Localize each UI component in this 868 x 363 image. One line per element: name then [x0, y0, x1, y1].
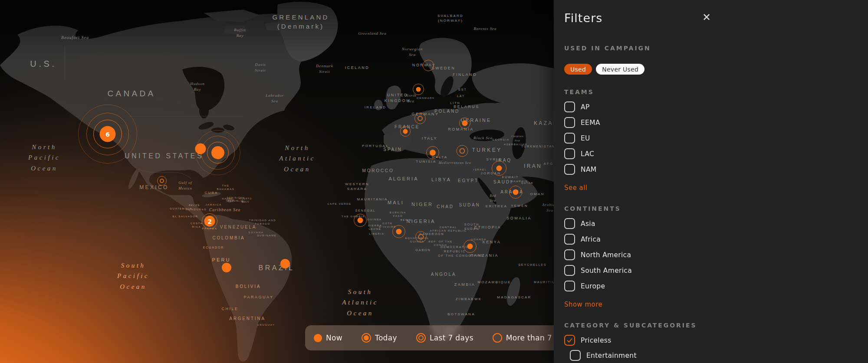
filter-option-entertainment[interactable]: Entertainment [570, 350, 868, 361]
marker-ring [418, 116, 423, 121]
legend-item-more7: More than 7 days ago [493, 333, 555, 343]
legend-label: Last 7 days [430, 334, 473, 342]
world-map[interactable]: North Pacific OceanNorth Atlantic OceanS… [0, 0, 555, 363]
section-header-teams: TEAMS [564, 88, 868, 95]
filter-option-label[interactable]: AP [581, 103, 590, 111]
marker-ring [418, 234, 424, 240]
marker-ring [160, 179, 164, 183]
checkbox-icon[interactable] [570, 350, 581, 361]
marker-ring [423, 60, 434, 71]
filter-option-africa[interactable]: Africa [564, 234, 868, 245]
campaign-pills: UsedNever Used [564, 64, 868, 75]
marker-dot [416, 87, 421, 92]
section-header-continents: CONTINENTS [564, 205, 868, 212]
pill-never-used[interactable]: Never Used [596, 64, 644, 75]
marker-dot [358, 218, 363, 223]
section-header-used-in-campaign: USED IN CAMPAIGN [564, 45, 868, 52]
checkbox-icon[interactable] [564, 101, 575, 112]
checkbox-checked-icon[interactable] [564, 335, 575, 346]
filter-option-label[interactable]: South America [581, 267, 632, 275]
teams-options: APEEMAEULACNAM [564, 101, 868, 175]
map-legend: NowTodayLast 7 daysMore than 7 days ago [305, 325, 555, 350]
marker-dot [280, 259, 290, 268]
legend-item-now: Now [314, 334, 342, 342]
close-icon[interactable]: ✕ [701, 11, 712, 23]
panel-title: Filters [564, 11, 603, 25]
marker-dot [462, 121, 468, 126]
checkbox-icon[interactable] [564, 117, 575, 128]
filter-option-label[interactable]: EEMA [581, 119, 600, 127]
section-header-categories: CATEGORY & SUBCATEGORIES [564, 322, 868, 329]
filter-option-europe[interactable]: Europe [564, 281, 868, 291]
filter-option-label[interactable]: Europe [581, 282, 605, 290]
filter-option-label[interactable]: Asia [581, 220, 595, 228]
filter-option-label[interactable]: Entertainment [586, 352, 637, 360]
checkbox-icon[interactable] [564, 164, 575, 175]
filter-option-eu[interactable]: EU [564, 133, 868, 144]
legend-item-last7: Last 7 days [416, 333, 473, 343]
marker-dot [430, 150, 436, 156]
see-all-link[interactable]: See all [564, 184, 587, 192]
marker-dot [396, 229, 402, 235]
legend-today-icon [362, 333, 371, 343]
checkbox-icon[interactable] [564, 265, 575, 276]
marker-ring [460, 148, 465, 154]
filter-option-asia[interactable]: Asia [564, 218, 868, 229]
marker-dot [496, 166, 502, 171]
checkbox-icon[interactable] [564, 218, 575, 229]
map-landmasses [0, 0, 555, 363]
filter-option-north-america[interactable]: North America [564, 249, 868, 260]
filters-panel: Filters ✕ USED IN CAMPAIGN UsedNever Use… [554, 0, 868, 363]
show-more-link[interactable]: Show more [564, 301, 602, 308]
filter-option-label[interactable]: NAM [581, 166, 597, 173]
checkbox-icon[interactable] [564, 234, 575, 245]
checkbox-icon[interactable] [564, 133, 575, 144]
filter-option-label[interactable]: EU [581, 134, 590, 142]
legend-label: Today [375, 334, 397, 342]
checkbox-icon[interactable] [564, 281, 575, 291]
marker-dot [403, 129, 408, 134]
marker-cluster-count: 2 [204, 216, 215, 227]
marker-dot [211, 146, 224, 159]
filter-option-label[interactable]: LAC [581, 150, 594, 158]
pill-used[interactable]: Used [564, 64, 592, 75]
legend-label: Now [326, 334, 342, 342]
categories-options: PricelessEntertainment [564, 335, 868, 363]
legend-label: More than 7 days ago [506, 334, 555, 342]
filter-option-nam[interactable]: NAM [564, 164, 868, 175]
marker-dot [467, 244, 473, 249]
filter-option-label[interactable]: North America [581, 251, 631, 259]
filter-option-ap[interactable]: AP [564, 101, 868, 112]
filter-option-priceless[interactable]: Priceless [564, 335, 868, 346]
continents-options: AsiaAfricaNorth AmericaSouth AmericaEuro… [564, 218, 868, 291]
filter-option-eema[interactable]: EEMA [564, 117, 868, 128]
checkbox-icon[interactable] [564, 249, 575, 260]
legend-now-icon [314, 334, 322, 342]
legend-last7-icon [416, 333, 426, 343]
marker-dot [513, 190, 519, 195]
filter-option-lac[interactable]: LAC [564, 148, 868, 159]
filter-option-label[interactable]: Priceless [581, 337, 612, 344]
legend-item-today: Today [362, 333, 397, 343]
filter-option-label[interactable]: Africa [581, 235, 601, 243]
marker-cluster-count: 6 [100, 126, 116, 142]
filter-option-south-america[interactable]: South America [564, 265, 868, 276]
marker-dot [222, 263, 231, 272]
legend-more7-icon [493, 333, 502, 343]
checkbox-icon[interactable] [564, 148, 575, 159]
